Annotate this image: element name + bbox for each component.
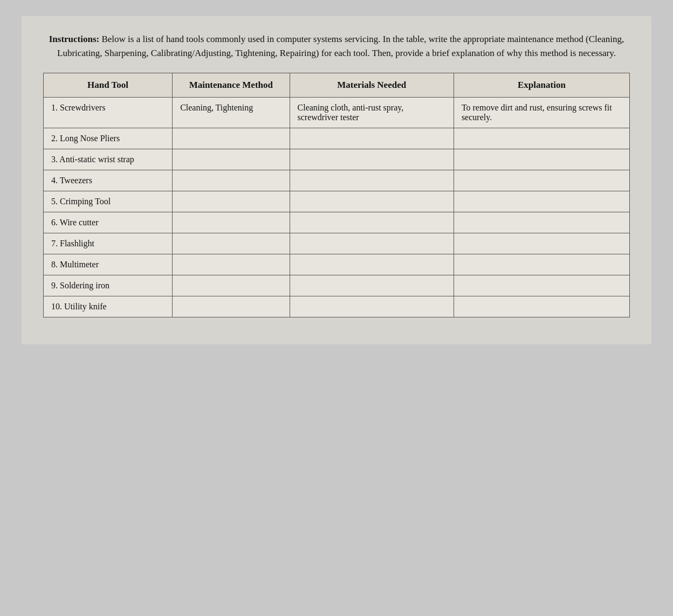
instructions-body: Below is a list of hand tools commonly u…: [57, 34, 624, 58]
cell-explanation: [454, 212, 629, 233]
table-body: 1. ScrewdriversCleaning, TighteningClean…: [44, 98, 630, 317]
cell-materials-needed: [290, 191, 454, 212]
cell-explanation: To remove dirt and rust, ensuring screws…: [454, 98, 629, 128]
cell-maintenance-method: [173, 212, 290, 233]
table-row: 3. Anti-static wrist strap: [44, 149, 630, 170]
page-container: Instructions: Below is a list of hand to…: [22, 16, 651, 344]
instructions-bold: Instructions:: [49, 34, 100, 44]
cell-maintenance-method: [173, 149, 290, 170]
table-wrapper: Hand Tool Maintenance Method Materials N…: [43, 73, 630, 317]
table-row: 4. Tweezers: [44, 170, 630, 191]
cell-hand-tool: 10. Utility knife: [44, 296, 173, 317]
cell-materials-needed: [290, 170, 454, 191]
cell-materials-needed: [290, 296, 454, 317]
header-maintenance-method: Maintenance Method: [173, 73, 290, 98]
cell-maintenance-method: [173, 254, 290, 275]
cell-hand-tool: 8. Multimeter: [44, 254, 173, 275]
tools-table: Hand Tool Maintenance Method Materials N…: [43, 73, 630, 317]
cell-hand-tool: 7. Flashlight: [44, 233, 173, 254]
cell-maintenance-method: [173, 275, 290, 296]
cell-materials-needed: [290, 275, 454, 296]
cell-materials-needed: [290, 254, 454, 275]
cell-materials-needed: [290, 128, 454, 149]
cell-materials-needed: [290, 233, 454, 254]
cell-maintenance-method: [173, 170, 290, 191]
table-row: 6. Wire cutter: [44, 212, 630, 233]
cell-explanation: [454, 170, 629, 191]
table-row: 1. ScrewdriversCleaning, TighteningClean…: [44, 98, 630, 128]
cell-maintenance-method: [173, 296, 290, 317]
table-row: 9. Soldering iron: [44, 275, 630, 296]
cell-materials-needed: [290, 212, 454, 233]
cell-explanation: [454, 254, 629, 275]
cell-explanation: [454, 128, 629, 149]
cell-maintenance-method: [173, 233, 290, 254]
cell-maintenance-method: [173, 128, 290, 149]
cell-explanation: [454, 191, 629, 212]
table-row: 8. Multimeter: [44, 254, 630, 275]
cell-maintenance-method: [173, 191, 290, 212]
cell-materials-needed: [290, 149, 454, 170]
table-row: 7. Flashlight: [44, 233, 630, 254]
cell-hand-tool: 4. Tweezers: [44, 170, 173, 191]
table-row: 2. Long Nose Pliers: [44, 128, 630, 149]
cell-hand-tool: 1. Screwdrivers: [44, 98, 173, 128]
cell-explanation: [454, 149, 629, 170]
header-hand-tool: Hand Tool: [44, 73, 173, 98]
cell-explanation: [454, 233, 629, 254]
cell-explanation: [454, 275, 629, 296]
table-row: 10. Utility knife: [44, 296, 630, 317]
cell-hand-tool: 3. Anti-static wrist strap: [44, 149, 173, 170]
cell-hand-tool: 9. Soldering iron: [44, 275, 173, 296]
cell-explanation: [454, 296, 629, 317]
cell-hand-tool: 2. Long Nose Pliers: [44, 128, 173, 149]
cell-hand-tool: 6. Wire cutter: [44, 212, 173, 233]
header-materials-needed: Materials Needed: [290, 73, 454, 98]
cell-materials-needed: Cleaning cloth, anti-rust spray, screwdr…: [290, 98, 454, 128]
table-header-row: Hand Tool Maintenance Method Materials N…: [44, 73, 630, 98]
header-explanation: Explanation: [454, 73, 629, 98]
cell-hand-tool: 5. Crimping Tool: [44, 191, 173, 212]
instructions-text: Instructions: Below is a list of hand to…: [43, 32, 630, 60]
cell-maintenance-method: Cleaning, Tightening: [173, 98, 290, 128]
table-row: 5. Crimping Tool: [44, 191, 630, 212]
